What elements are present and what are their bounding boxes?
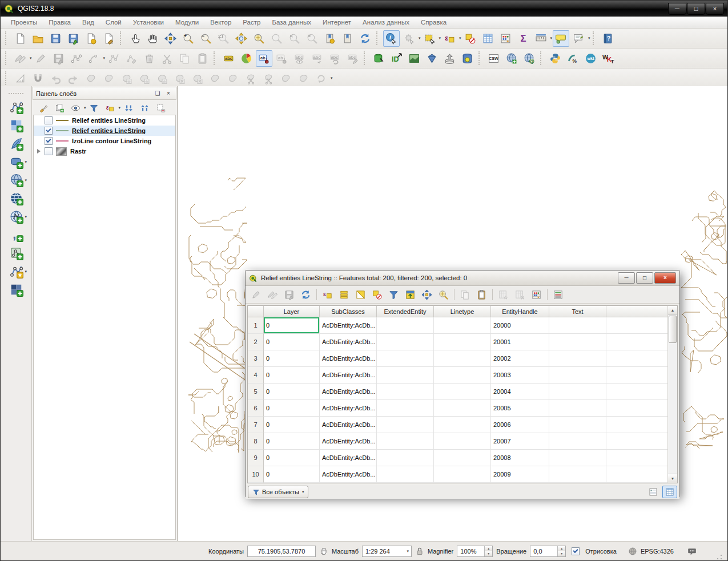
toolbar-handle[interactable] [5,31,9,45]
current-edits[interactable] [12,50,29,67]
column-header-layer[interactable]: Layer [264,306,320,317]
cell[interactable]: 20006 [491,417,549,433]
zoom-full-extent[interactable] [233,30,250,47]
cell[interactable]: 0 [264,384,320,400]
add-raster-layer[interactable] [6,117,26,134]
chevron-down-icon[interactable]: ▾ [25,269,27,274]
layer-item-0[interactable]: Relief entities LineString [34,115,175,126]
add-wfs-layer[interactable]: ▾ [6,208,26,225]
menu-0[interactable]: Проекты [5,19,43,26]
toolbar-handle[interactable] [5,51,9,65]
rotation-spinner[interactable]: 0,0▲▼ [530,546,566,557]
deselect-all[interactable] [369,287,385,302]
column-header-subclasses[interactable]: SubClasses [320,306,377,317]
cell[interactable]: AcDbEntity:AcDb... [320,450,377,466]
measure-line[interactable] [533,30,549,47]
delete-part[interactable] [189,70,206,87]
add-wms-layer[interactable]: ▾ [6,172,26,188]
scroll-thumb[interactable] [669,316,677,343]
spinner-buttons[interactable]: ▲▼ [484,546,492,556]
zoom-to-selected[interactable] [436,287,451,302]
menu-9[interactable]: Интернет [317,19,357,26]
cell[interactable] [377,384,434,400]
zoom-to-selection[interactable] [268,30,285,47]
offline-editing[interactable]: ID [388,50,405,67]
cell[interactable] [434,433,491,450]
cell[interactable] [549,417,606,433]
cell[interactable]: AcDbEntity:AcDb... [320,433,377,450]
chevron-down-icon[interactable]: ▾ [439,36,441,41]
add-spatialite-layer[interactable] [6,135,26,152]
cell[interactable] [377,450,434,466]
column-header-text[interactable]: Text [549,306,606,317]
chevron-down-icon[interactable]: ▾ [331,76,333,80]
invert-selection[interactable] [353,287,368,302]
scale-lock-icon[interactable] [415,547,424,556]
maximize-button[interactable]: □ [687,3,705,15]
dialog-maximize-button[interactable]: □ [636,272,653,284]
add-wms-service[interactable] [503,50,520,67]
cell[interactable] [377,433,434,450]
chevron-down-icon[interactable]: ▾ [419,36,421,41]
cell[interactable] [434,417,491,433]
spinner-buttons[interactable]: ▲▼ [557,546,565,556]
row-number[interactable]: 3 [248,350,264,367]
layer-item-3[interactable]: Rastr [34,146,175,156]
cut-features[interactable] [159,50,175,67]
resize-grip[interactable] [716,554,723,560]
search-wms[interactable]: Q [521,50,537,67]
column-header-entityhandle[interactable]: EntityHandle [491,306,549,317]
add-wcs-layer[interactable] [6,190,26,207]
cell[interactable]: 20001 [491,334,549,350]
select-by-expression[interactable]: ε [441,30,458,47]
toolbar-handle[interactable] [9,93,23,94]
reshape-features[interactable] [207,70,223,87]
cell[interactable]: AcDbEntity:AcDb... [320,466,377,483]
cell[interactable]: 0 [264,417,320,433]
help-contents[interactable]: ? [600,30,616,47]
layer-item-1[interactable]: Relief entities LineString [34,126,175,136]
menu-1[interactable]: Правка [43,19,77,26]
chevron-down-icon[interactable]: ▾ [25,178,27,183]
refresh-map[interactable] [357,30,373,47]
column-header-extendedentity[interactable]: ExtendedEntity [377,306,434,317]
header-corner[interactable] [248,306,264,317]
rotate-label[interactable]: abc [327,50,343,67]
toggle-editing[interactable] [248,287,264,302]
delete-field[interactable] [512,287,528,302]
remove-layer[interactable] [153,100,168,115]
scroll-up-arrow[interactable]: ▲ [668,306,677,315]
manage-map-themes[interactable] [68,100,83,115]
offset-curve[interactable] [224,70,241,87]
add-delimited-text-layer[interactable]: , [6,227,26,243]
cell[interactable]: 0 [264,367,320,384]
render-checkbox[interactable] [572,547,580,555]
merge-features[interactable] [277,70,294,87]
new-shapefile-layer[interactable]: ▾ [6,263,26,280]
layer-checkbox[interactable] [45,116,53,124]
chevron-down-icon[interactable]: ▾ [588,36,590,41]
add-part[interactable] [136,70,152,87]
chevron-down-icon[interactable]: ▾ [25,215,27,219]
reload-table[interactable] [298,287,313,302]
highlight-pinned-labels[interactable]: ab [273,50,290,67]
add-vector-layer[interactable] [6,99,26,115]
cell[interactable]: 20007 [491,433,549,450]
node-tool[interactable] [106,50,122,67]
paste-features[interactable] [194,50,211,67]
coords-input[interactable]: 75.1905,53.7870 [247,546,316,557]
layer-label[interactable]: IzoLine contour LineString [72,138,151,144]
project-open[interactable] [30,30,46,47]
move-label[interactable]: abc [309,50,325,67]
cell[interactable]: 20003 [491,367,549,384]
cell[interactable] [377,317,434,334]
cell[interactable] [549,400,606,417]
mouse-position-icon[interactable] [319,547,328,556]
layer-label[interactable]: Relief entities LineString [72,117,146,124]
row-number[interactable]: 10 [248,466,264,483]
raster-percent[interactable]: % [565,50,581,67]
chevron-down-icon[interactable]: ▾ [84,106,86,110]
qspatialite[interactable] [459,50,476,67]
layer-checkbox[interactable] [45,137,53,145]
filter-by-expression[interactable]: ε [103,100,118,115]
